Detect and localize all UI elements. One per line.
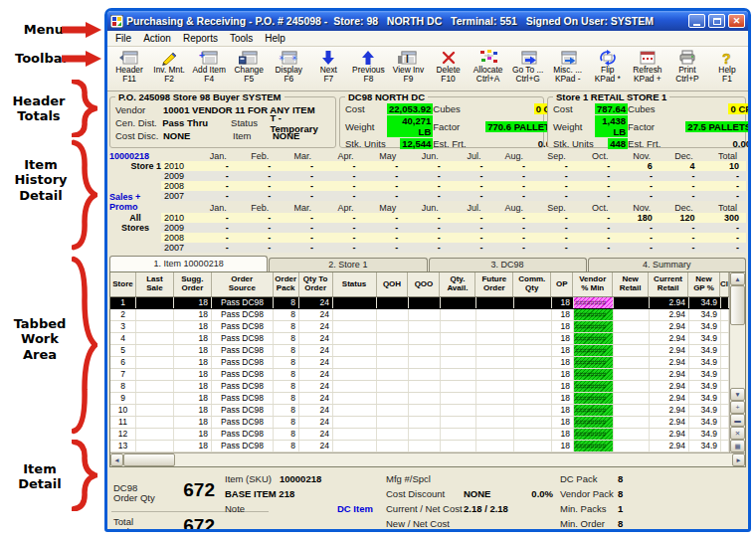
- cell-qoo: [409, 333, 441, 344]
- column-header-vendor-min[interactable]: Vendor % Min: [573, 272, 613, 296]
- menu-tools[interactable]: Tools: [224, 33, 259, 44]
- flip-icon: [598, 49, 618, 66]
- grid-cancel-button[interactable]: ✕: [730, 427, 745, 440]
- cell-comm-qty: [514, 309, 552, 320]
- grid-minus-button[interactable]: ▬: [730, 414, 745, 427]
- table-row-store-7[interactable]: 718Pass DC9882418########2.9434.9: [110, 369, 729, 381]
- toolbar-change-button[interactable]: ChangeF5: [229, 48, 269, 90]
- scroll-down-button[interactable]: ▼: [730, 388, 745, 401]
- column-header-qoo[interactable]: QOO: [408, 272, 440, 296]
- menu-help[interactable]: Help: [259, 33, 291, 44]
- history-value: -: [702, 223, 746, 233]
- grid-plus-button[interactable]: ＋: [730, 401, 745, 414]
- toolbar-previous-button[interactable]: PreviousF8: [348, 48, 388, 90]
- history-value: -: [236, 191, 279, 201]
- column-header-store[interactable]: Store: [110, 272, 136, 296]
- toolbar-help-button[interactable]: ?HelpF1: [707, 48, 747, 90]
- table-row-store-6[interactable]: 618Pass DC9882418########2.9434.9: [110, 357, 729, 369]
- history-value: -: [193, 161, 236, 171]
- toolbar-print-button[interactable]: PrintCtrl+P: [667, 48, 707, 90]
- vertical-scrollbar[interactable]: ▲ ▼ ＋ ▬ ✕ ▦: [729, 272, 745, 452]
- history-value: -: [405, 243, 448, 253]
- column-header-status[interactable]: Status: [333, 272, 377, 296]
- hscroll-thumb[interactable]: [123, 453, 175, 466]
- cell-future-order: [476, 429, 514, 440]
- toolbar-misc-button[interactable]: Misc. ...KPad -: [548, 48, 588, 90]
- toolbar-next-button[interactable]: NextF7: [308, 48, 348, 90]
- horizontal-scrollbar[interactable]: ◄ ►: [110, 452, 745, 466]
- scroll-left-button[interactable]: ◄: [110, 453, 123, 466]
- column-header-qty-to-order[interactable]: Qty To Order: [299, 272, 333, 296]
- toolbar-view-inv-button[interactable]: IView InvF9: [388, 48, 428, 90]
- column-header-comm-qty[interactable]: Comm. Qty: [513, 272, 551, 296]
- detail-min-packs-label: Min. Packs: [560, 503, 618, 514]
- table-row-store-5[interactable]: 518Pass DC9882418########2.9434.9: [110, 345, 729, 357]
- column-header-sugg-order[interactable]: Sugg. Order: [174, 272, 212, 296]
- table-row-store-11[interactable]: 1118Pass DC9882418########2.9434.9: [110, 417, 729, 429]
- toolbar-flip-button[interactable]: FlipKPad *: [588, 48, 628, 90]
- toolbar-go-to-button[interactable]: Go To ...Ctrl+G: [508, 48, 548, 90]
- toolbar-inv-mnt-button[interactable]: Inv. Mnt.F2: [149, 48, 189, 90]
- grid-config-button[interactable]: ▦: [730, 440, 745, 452]
- tab-3-dc98[interactable]: 3. DC98: [429, 258, 587, 271]
- table-row-store-12[interactable]: 1218Pass DC9882418########2.9434.9: [110, 429, 729, 441]
- cell-comm-qty: [514, 393, 552, 404]
- dc-stk-units-value: 12,544: [387, 138, 433, 149]
- scroll-right-button[interactable]: ►: [732, 453, 745, 466]
- scroll-up-button[interactable]: ▲: [730, 272, 745, 285]
- table-row-store-3[interactable]: 318Pass DC9882418########2.9434.9: [110, 321, 729, 333]
- vscroll-thumb[interactable]: [730, 285, 745, 325]
- toolbar-delete-button[interactable]: DeleteF10: [429, 48, 469, 90]
- cell-comm-qty: [514, 333, 552, 344]
- column-header-current-retail[interactable]: Current Retail: [649, 272, 688, 296]
- toolbar-allocate-button[interactable]: AllocateCtrl+A: [469, 48, 508, 90]
- menu-action[interactable]: Action: [137, 33, 177, 44]
- column-header-order-pack[interactable]: Order Pack: [274, 272, 299, 296]
- menu-reports[interactable]: Reports: [177, 33, 224, 44]
- toolbar-add-item-button[interactable]: +Add ItemF4: [189, 48, 229, 90]
- cell-new-retail: [614, 357, 650, 368]
- column-header-future-order[interactable]: Future Order: [475, 272, 513, 296]
- tab-2-store-1[interactable]: 2. Store 1: [269, 258, 427, 271]
- tab-1-item-10000218[interactable]: 1. Item 10000218: [109, 256, 268, 271]
- column-header-new-retail[interactable]: New Retail: [613, 272, 649, 296]
- cell-qoh: [377, 417, 409, 428]
- month-header-apr: Apr.: [320, 151, 363, 161]
- detail-weight-row: Weight3 LB: [386, 531, 553, 532]
- history-value: -: [405, 223, 448, 233]
- table-row-store-9[interactable]: 918Pass DC9882418########2.9434.9: [110, 393, 729, 405]
- table-row-store-4[interactable]: 418Pass DC9882418########2.9434.9: [110, 333, 729, 345]
- column-header-new-gp[interactable]: New GP %: [688, 272, 720, 296]
- column-header-qty-avail[interactable]: Qty. Avail.: [440, 272, 475, 296]
- table-row-store-10[interactable]: 1018Pass DC9882418########2.9434.9: [110, 405, 729, 417]
- month-header-nov: Nov.: [617, 151, 660, 161]
- column-header-order-source[interactable]: Order Source: [212, 272, 274, 296]
- close-button[interactable]: ✕: [728, 14, 745, 28]
- table-row-store-1[interactable]: 118Pass DC9882418########2.9434.9: [110, 297, 729, 309]
- title-bar[interactable]: Purchasing & Receiving - P.O. # 245098 -…: [107, 11, 748, 31]
- table-row-store-8[interactable]: 818Pass DC9882418########2.9434.9: [110, 381, 729, 393]
- toolbar-button-key: F6: [284, 75, 293, 84]
- toolbar-header-button[interactable]: HeaderF11: [109, 48, 149, 90]
- table-row-store-2[interactable]: 218Pass DC9882418########2.9434.9: [110, 309, 729, 321]
- toolbar-refresh-button[interactable]: RefreshKPad +: [628, 48, 667, 90]
- toolbar-button-key: F1: [722, 75, 732, 84]
- column-header-cl[interactable]: Cl: [720, 272, 729, 296]
- column-header-op[interactable]: OP: [551, 272, 573, 296]
- cell-order-pack: 8: [274, 417, 299, 428]
- minimize-button[interactable]: [688, 14, 705, 28]
- table-row-store-13[interactable]: 1318Pass DC9882418########2.9434.9: [110, 441, 729, 452]
- column-header-qoh[interactable]: QOH: [377, 272, 409, 296]
- tab-4-summary[interactable]: 4. Summary: [588, 258, 746, 271]
- cell-store: 13: [110, 441, 136, 451]
- maximize-button[interactable]: [708, 14, 725, 28]
- cell-op: 18: [552, 393, 574, 404]
- toolbar-display-button[interactable]: ✳✳DisplayF6: [269, 48, 308, 90]
- toolbar-button-key: F4: [204, 75, 214, 84]
- cell-new-retail: [614, 405, 650, 416]
- column-header-last-sale[interactable]: Last Sale: [136, 272, 174, 296]
- history-value: -: [405, 191, 448, 201]
- cell-cl: [721, 309, 729, 320]
- history-value: -: [193, 191, 236, 201]
- menu-file[interactable]: File: [109, 33, 137, 44]
